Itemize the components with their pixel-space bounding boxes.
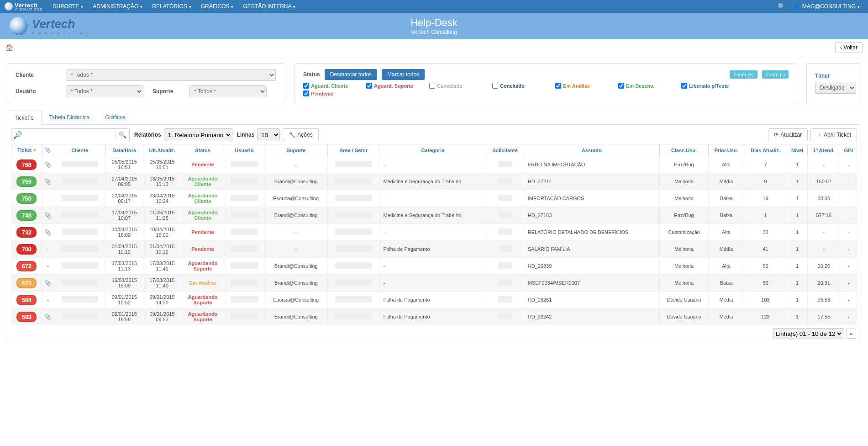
nav-item-4[interactable]: GESTÃO INTERNA [239,1,299,11]
nav-item-0[interactable]: SUPORTE [49,1,87,11]
status-cell: AguardandoCliente [181,173,224,190]
brand[interactable]: Vertech IT SOLUTIONS [5,2,42,11]
status-checkbox[interactable] [618,83,624,89]
nav-item-1[interactable]: ADMINISTRAÇÃO [89,1,146,11]
table-row[interactable]: 748📎17/04/201510:0711/05/201511:25Aguard… [11,207,857,224]
status-checkbox[interactable] [366,83,372,89]
table-row[interactable]: 768📎05/05/201516:5105/05/201516:51Penden… [11,156,857,173]
status-cb-6[interactable]: Liberado p/Teste [681,83,736,89]
status-checkbox[interactable] [303,90,309,96]
status-checkbox[interactable] [681,83,687,89]
acoes-button[interactable]: 🔧 Ações [283,128,318,141]
col-header-13[interactable]: Prior.Usu. [709,144,744,156]
ticket-badge[interactable]: 768 [16,159,37,170]
atualizar-button[interactable]: ⟳ Atualizar [768,128,808,141]
status-cb-0[interactable]: Aguard. Cliente [303,83,358,89]
tab-2[interactable]: Gráficos [97,110,133,124]
ticket-badge[interactable]: 671 [16,278,37,288]
ticket-badge[interactable]: 750 [16,193,37,204]
classusu-cell: Erro/Bug [659,207,708,224]
suporte-select[interactable]: * Todos * [189,85,267,97]
status-cb-7[interactable]: Pendente [303,90,358,96]
ticket-badge[interactable]: 700 [16,244,37,255]
table-row[interactable]: 583📎06/01/201516:5809/01/201509:53Aguard… [11,308,857,325]
col-header-9[interactable]: Categoria [379,144,486,156]
user-menu[interactable]: 👤 MAG@CONSULTING [790,1,863,11]
suporte-cell: Esouza@Consulting [264,292,328,308]
col-header-14[interactable]: Dias Atualiz. [744,144,787,156]
search-go-icon[interactable]: 🔍 [116,131,129,138]
tab-0[interactable]: Ticket´s [7,111,42,125]
datahora-cell: 27/04/201509:05 [105,173,143,190]
pager-next-button[interactable]: » [846,329,856,339]
zoom-in-button[interactable]: Zoom (+) [730,70,758,79]
col-header-11[interactable]: Assunto [524,144,659,156]
col-header-16[interactable]: 1º Atend. [808,144,840,156]
attachment-icon[interactable]: 📎 [44,212,52,219]
search-input[interactable] [24,129,116,141]
linhas-select[interactable]: 10 [257,128,280,141]
table-row[interactable]: 750-22/04/201509:1723/04/201510:24Aguard… [11,190,857,207]
search-icon[interactable]: 🔍 [778,3,785,10]
ticket-badge[interactable]: 584 [16,295,37,305]
col-header-7[interactable]: Suporte [264,144,328,156]
table-row[interactable]: 671📎16/03/201515:0917/03/201511:40Em Aná… [11,275,857,292]
table-row[interactable]: 732📎10/04/201516:0010/04/201516:00Penden… [11,224,857,241]
status-checkbox[interactable] [303,83,309,89]
status-checkbox[interactable] [492,83,498,89]
nav-item-3[interactable]: GRÁFICOS [197,1,237,11]
relatorios-select[interactable]: 1. Relatório Primário [164,128,232,141]
zoom-out-button[interactable]: Zoom (-) [762,70,789,79]
attachment-icon[interactable]: 📎 [44,229,52,236]
timer-select[interactable]: Desligado [815,82,856,94]
ticket-badge[interactable]: 748 [16,210,37,221]
col-header-6[interactable]: Usuario [224,144,264,156]
col-header-8[interactable]: Area / Setor [328,144,379,156]
gin-cell: - [840,241,857,258]
nav-item-2[interactable]: RELATÓRIOS [148,1,195,11]
status-checkbox[interactable] [429,83,435,89]
status-cb-5[interactable]: Em Desenv. [618,83,673,89]
mark-all-button[interactable]: Marcar todos [382,69,425,80]
attachment-icon[interactable]: 📎 [44,280,52,287]
status-cb-2[interactable]: Cancelado [429,83,484,89]
usuario-label: Usuário [16,88,66,95]
col-header-2[interactable]: Cliente [54,144,105,156]
atend-cell: - [808,156,840,173]
col-header-17[interactable]: GIN [840,144,857,156]
ticket-badge[interactable]: 583 [16,312,37,322]
status-cb-4[interactable]: Em Análise [555,83,610,89]
col-header-12[interactable]: Class.Usu. [659,144,708,156]
status-checkbox[interactable] [555,83,561,89]
cliente-cell [62,178,98,184]
col-header-0[interactable]: Ticket ▾ [11,144,42,156]
table-row[interactable]: 700-01/04/201510:1201/04/201510:12Penden… [11,241,857,258]
cliente-select[interactable]: * Todos * [66,69,276,81]
back-button[interactable]: ‹ Voltar [835,42,863,53]
col-header-5[interactable]: Status [181,144,224,156]
gin-cell: - [840,224,857,241]
table-row[interactable]: 584-09/01/201510:5229/01/201514:20Aguard… [11,292,857,308]
ticket-badge[interactable]: 759 [16,176,37,187]
attachment-icon[interactable]: 📎 [44,178,52,185]
attachment-icon[interactable]: 📎 [44,313,52,320]
status-cb-1[interactable]: Aguard. Suporte [366,83,421,89]
table-row[interactable]: 672-17/03/201511:1317/03/201511:41Aguard… [11,258,857,275]
home-icon[interactable]: 🏠 [5,44,13,51]
col-header-1[interactable]: 📎 [42,144,54,156]
ticket-badge[interactable]: 732 [16,227,37,238]
col-header-4[interactable]: Ult.Atualiz. [143,144,181,156]
col-header-3[interactable]: Data/Hora [105,144,143,156]
unmark-all-button[interactable]: Desmarcar todos [325,69,377,80]
pager-select[interactable]: Linha(s) 01 - 10 de 12 [773,328,843,339]
tab-1[interactable]: Tabela Dinâmica [42,110,98,124]
attachment-icon[interactable]: 📎 [44,161,52,168]
ticket-badge[interactable]: 672 [16,261,37,271]
usuario-select[interactable]: * Todos * [66,85,143,97]
abrir-ticket-button[interactable]: ＋ Abrir Ticket [810,128,857,141]
table-row[interactable]: 759📎27/04/201509:0503/05/201515:13Aguard… [11,173,857,190]
classusu-cell: Customização [659,224,708,241]
col-header-15[interactable]: Nível [787,144,808,156]
status-cb-3[interactable]: Concluído [492,83,547,89]
col-header-10[interactable]: Solicitante [486,144,524,156]
